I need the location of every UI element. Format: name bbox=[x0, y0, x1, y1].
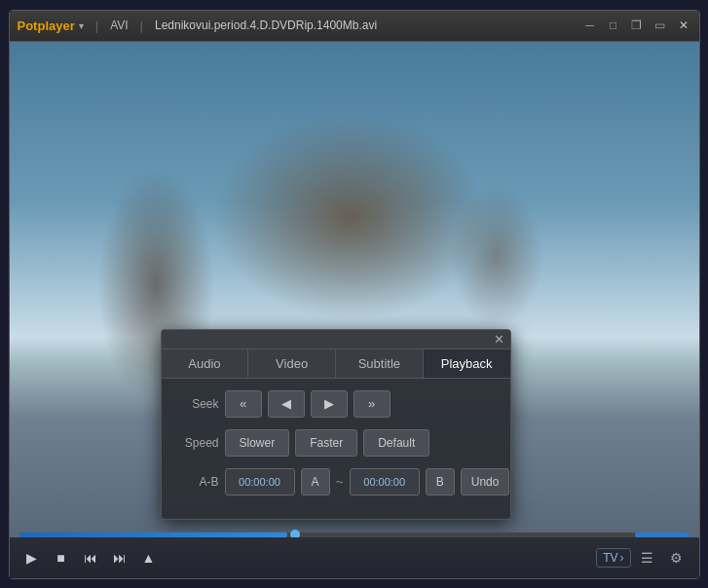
speed-slower-button[interactable]: Slower bbox=[225, 429, 290, 457]
seek-label: Seek bbox=[175, 397, 219, 411]
tab-video[interactable]: Video bbox=[248, 349, 336, 378]
tv-label: TV bbox=[603, 551, 617, 565]
seek-rewind-button[interactable]: ◀ bbox=[268, 390, 305, 418]
ab-undo-button[interactable]: Undo bbox=[461, 468, 510, 496]
next-button[interactable]: ⏭ bbox=[107, 545, 132, 570]
maximize-button[interactable]: ❐ bbox=[629, 18, 645, 33]
tv-arrow-icon: › bbox=[620, 551, 624, 565]
ab-tilde: ~ bbox=[336, 474, 344, 490]
stop-button[interactable]: ■ bbox=[49, 545, 74, 570]
window-controls: ─ □ ❐ ▭ ✕ bbox=[582, 18, 691, 33]
tab-playback[interactable]: Playback bbox=[424, 349, 510, 378]
panel-close-button[interactable]: ✕ bbox=[494, 333, 504, 346]
ab-row: A-B A ~ B Undo bbox=[175, 468, 497, 496]
video-area: ✕ Audio Video Subtitle Playback bbox=[10, 42, 699, 578]
prev-button[interactable]: ⏮ bbox=[78, 545, 103, 570]
ab-time-b[interactable] bbox=[350, 468, 420, 496]
panel-tabs: Audio Video Subtitle Playback bbox=[162, 349, 510, 379]
title-sep1: | bbox=[95, 18, 98, 33]
ab-marker-b-button[interactable]: B bbox=[426, 468, 455, 496]
speed-default-button[interactable]: Default bbox=[363, 429, 429, 457]
speed-faster-button[interactable]: Faster bbox=[295, 429, 357, 457]
app-logo: Potplayer bbox=[18, 18, 75, 33]
ab-marker-a-button[interactable]: A bbox=[301, 468, 330, 496]
playback-panel: ✕ Audio Video Subtitle Playback bbox=[161, 329, 511, 520]
play-button[interactable]: ▶ bbox=[19, 545, 45, 570]
seek-forward-button[interactable]: ▶ bbox=[311, 390, 348, 418]
player-window: Potplayer ▾ | AVI | Lednikovui.period.4.… bbox=[9, 10, 700, 579]
ab-time-a[interactable] bbox=[225, 468, 295, 496]
open-button[interactable]: ▲ bbox=[136, 545, 162, 570]
panel-content: Seek « ◀ ▶ » Speed Slower Faster Default… bbox=[162, 379, 510, 519]
seek-row: Seek « ◀ ▶ » bbox=[175, 390, 497, 418]
ab-label: A-B bbox=[175, 475, 219, 489]
speed-row: Speed Slower Faster Default bbox=[175, 429, 497, 457]
file-name: Lednikovui.period.4.D.DVDRip.1400Mb.avi bbox=[155, 18, 582, 32]
tab-audio[interactable]: Audio bbox=[162, 349, 249, 378]
tab-subtitle[interactable]: Subtitle bbox=[336, 349, 424, 378]
seek-forward-fast-button[interactable]: » bbox=[354, 390, 391, 418]
restore-button[interactable]: □ bbox=[606, 18, 621, 33]
title-sep2: | bbox=[140, 18, 143, 33]
settings-button[interactable]: ⚙ bbox=[664, 545, 689, 570]
panel-titlebar: ✕ bbox=[162, 330, 510, 349]
close-button[interactable]: ✕ bbox=[676, 18, 691, 33]
logo-dropdown[interactable]: ▾ bbox=[79, 20, 84, 31]
title-bar: Potplayer ▾ | AVI | Lednikovui.period.4.… bbox=[10, 11, 699, 42]
controls-bar: ▶ ■ ⏮ ⏭ ▲ TV › ☰ ⚙ bbox=[10, 537, 699, 578]
fullscreen-button[interactable]: ▭ bbox=[652, 18, 668, 33]
file-format: AVI bbox=[110, 18, 128, 32]
speed-label: Speed bbox=[175, 436, 219, 450]
minimize-button[interactable]: ─ bbox=[582, 18, 598, 33]
tv-button[interactable]: TV › bbox=[596, 548, 630, 568]
seek-rewind-fast-button[interactable]: « bbox=[225, 390, 262, 418]
playlist-button[interactable]: ☰ bbox=[635, 545, 660, 570]
